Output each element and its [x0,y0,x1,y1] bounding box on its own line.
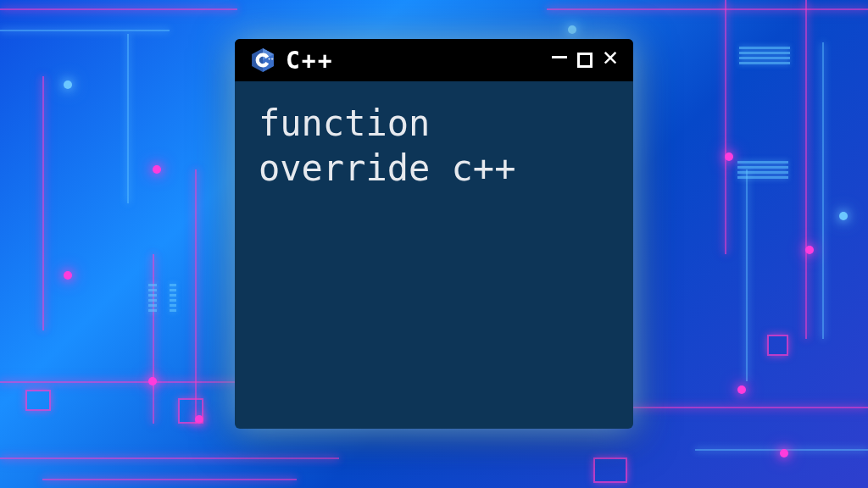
close-button[interactable]: ✕ [603,46,618,71]
content-line-1: function [259,102,609,147]
svg-text:+: + [268,56,270,61]
maximize-button[interactable] [577,53,593,68]
window-controls: ✕ [552,47,618,73]
minimize-button[interactable] [552,56,567,58]
svg-text:+: + [271,56,274,61]
window-titlebar: + + C++ ✕ [235,39,633,81]
cpp-icon: + + [250,47,275,73]
terminal-window: + + C++ ✕ function override c++ [235,39,633,429]
window-title: C++ [286,47,542,75]
content-line-2: override c++ [259,147,609,191]
terminal-content: function override c++ [235,81,633,211]
